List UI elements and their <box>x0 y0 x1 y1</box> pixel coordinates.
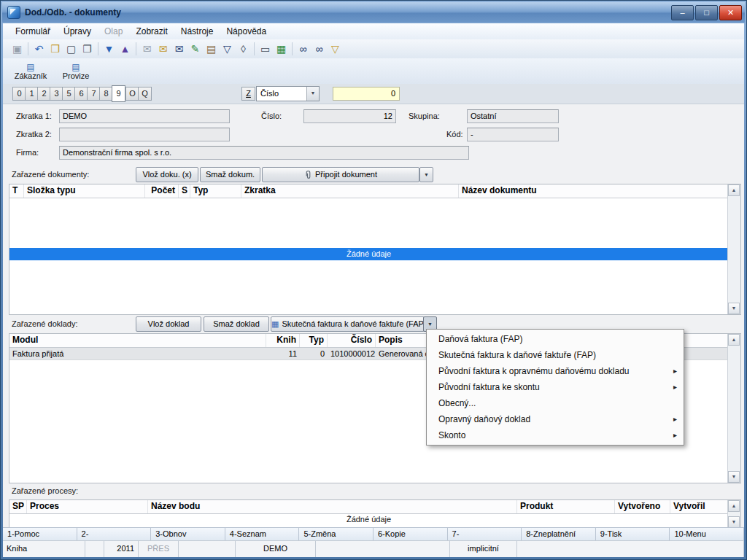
scroll-down-icon[interactable]: ▼ <box>728 516 740 528</box>
provize-button[interactable]: ▤ Provize <box>55 61 96 82</box>
skupina-field[interactable]: Ostatní <box>467 109 559 123</box>
find-icon[interactable]: ∞ <box>295 42 311 56</box>
z-button[interactable]: Z <box>241 87 255 101</box>
shortcut-toolbar: ▤ Zákazník ▤ Provize <box>3 58 744 85</box>
menu-item-danova-faktura[interactable]: Daňová faktura (FAP) <box>427 331 684 347</box>
col-t[interactable]: T <box>9 184 24 198</box>
col-s[interactable]: S <box>179 184 190 198</box>
tab-9-selected[interactable]: 9 <box>112 85 125 102</box>
find-next-icon[interactable]: ∞ <box>311 42 327 56</box>
menu-napoveda[interactable]: Nápověda <box>220 25 273 38</box>
mail-open-icon[interactable]: ✉ <box>139 42 155 56</box>
kod-field[interactable]: - <box>467 128 559 141</box>
fkey-1-pomoc[interactable]: 1-Pomoc <box>3 528 77 541</box>
col-typ2[interactable]: Typ <box>300 334 328 347</box>
menu-item-puvodni-faktura-skonto[interactable]: Původní faktura ke skontu▸ <box>427 379 684 395</box>
zakaznik-button[interactable]: ▤ Zákazník <box>10 61 51 82</box>
filter-clear-icon[interactable]: ▽ <box>328 42 343 56</box>
fkey-8-zneplatneni[interactable]: 8-Zneplatnění <box>522 528 596 541</box>
maximize-button[interactable]: □ <box>695 5 718 20</box>
signature-icon[interactable]: ✎ <box>187 42 203 56</box>
filter-field-combo[interactable]: Číslo ▼ <box>256 86 320 101</box>
menu-item-opravny-danovy-doklad[interactable]: Opravný daňový doklad▸ <box>427 411 684 427</box>
col-knih[interactable]: Knih <box>266 334 300 347</box>
scroll-up-icon[interactable]: ▲ <box>728 334 740 346</box>
fkey-7[interactable]: 7- <box>448 528 522 541</box>
insert-rows-icon[interactable]: ▦ <box>274 42 289 56</box>
doklad-type-button[interactable]: ▦ Skutečná faktura k daňové faktuře (FAP… <box>271 316 425 332</box>
menu-zobrazit[interactable]: Zobrazit <box>129 25 174 38</box>
col-nazev[interactable]: Název dokumentu <box>459 184 740 198</box>
minimize-button[interactable]: – <box>671 5 694 20</box>
col-proces[interactable]: Proces <box>27 500 148 513</box>
col-sp[interactable]: SP <box>9 500 27 513</box>
pripojit-dokument-button[interactable]: Připojit dokument <box>262 167 419 182</box>
menu-upravy[interactable]: Úpravy <box>57 25 98 38</box>
fkey-3-obnov[interactable]: 3-Obnov <box>151 528 225 541</box>
chevron-down-icon[interactable]: ▼ <box>306 87 319 101</box>
scroll-down-icon[interactable]: ▼ <box>728 303 740 314</box>
fkey-2[interactable]: 2- <box>77 528 152 541</box>
window-title: Dod./Odb. - dokumenty <box>25 7 121 18</box>
undo-icon[interactable]: ↶ <box>31 42 47 56</box>
col-slozka[interactable]: Složka typu <box>24 184 145 198</box>
smaz-dokument-button[interactable]: Smaž dokum. <box>200 167 260 182</box>
open-folder-icon[interactable]: ❒ <box>47 42 63 56</box>
dokumenty-scrollbar[interactable]: ▲ ▼ <box>727 184 740 314</box>
scroll-up-icon[interactable]: ▲ <box>728 500 740 512</box>
menu-item-puvodni-faktura-odd[interactable]: Původní faktura k opravnému daňovému dok… <box>427 363 684 379</box>
col-vytvoreno[interactable]: Vytvořeno <box>615 500 670 513</box>
mail-send-icon[interactable]: ✉ <box>171 42 187 56</box>
copy-icon[interactable]: ❐ <box>80 42 95 56</box>
menu-item-label: Obecný... <box>438 398 476 408</box>
sort-up-icon[interactable]: ▲ <box>117 42 133 56</box>
vloz-dokument-button[interactable]: Vlož doku. (x) <box>136 167 198 182</box>
mail-new-icon[interactable]: ✉ <box>155 42 171 56</box>
fkey-4-seznam[interactable]: 4-Seznam <box>225 528 300 541</box>
zkratka1-field[interactable]: DEMO <box>59 109 230 123</box>
sort-down-icon[interactable]: ▼ <box>101 42 117 56</box>
procesy-scrollbar[interactable]: ▲ ▼ <box>727 500 740 528</box>
firma-field[interactable]: Demonstrační firma spol. s r.o. <box>59 146 469 160</box>
print-preview-icon[interactable]: ▭ <box>258 42 273 56</box>
dokumenty-bar: Zařazené dokumenty: Vlož doku. (x) Smaž … <box>3 165 744 184</box>
scroll-down-icon[interactable]: ▼ <box>728 471 740 483</box>
status-cell <box>517 541 744 557</box>
scroll-up-icon[interactable]: ▲ <box>728 184 740 196</box>
pushpin-icon[interactable]: ◊ <box>236 42 251 56</box>
menu-nastroje[interactable]: Nástroje <box>174 25 220 38</box>
menu-item-obecny[interactable]: Obecný... <box>427 395 684 411</box>
filter-icon[interactable]: ▽ <box>220 42 235 56</box>
save-icon[interactable]: ▣ <box>9 42 25 56</box>
menu-formular[interactable]: Formulář <box>9 25 57 38</box>
tab-Q[interactable]: Q <box>138 87 152 101</box>
col-modul[interactable]: Modul <box>9 334 266 347</box>
submenu-arrow-icon: ▸ <box>673 411 677 427</box>
col-zkratka[interactable]: Zkratka <box>241 184 459 198</box>
attach-dropdown-button[interactable]: ▼ <box>419 167 433 182</box>
col-cislo2[interactable]: Číslo <box>328 334 376 347</box>
smaz-doklad-label: Smaž doklad <box>213 318 260 330</box>
zkratka2-field[interactable] <box>59 128 230 141</box>
smaz-doklad-button[interactable]: Smaž doklad <box>204 316 269 332</box>
col-pocet[interactable]: Počet <box>145 184 179 198</box>
col-produkt[interactable]: Produkt <box>517 500 615 513</box>
cislo-field[interactable]: 12 <box>303 109 396 123</box>
kod-label: Kód: <box>446 130 463 139</box>
fkey-10-menu[interactable]: 10-Menu <box>670 528 744 541</box>
fkey-5-zmena[interactable]: 5-Změna <box>299 528 374 541</box>
close-button[interactable]: ✕ <box>719 5 742 20</box>
menu-item-skutecna-faktura[interactable]: Skutečná faktura k daňové faktuře (FAP) <box>427 347 684 363</box>
filter-value-input[interactable]: 0 <box>333 87 400 101</box>
col-nazev-bodu[interactable]: Název bodu <box>148 500 517 513</box>
new-document-icon[interactable]: ▢ <box>63 42 79 56</box>
notebook-icon[interactable]: ▤ <box>204 42 219 56</box>
procesy-section-label: Zařazené procesy: <box>12 486 78 495</box>
menu-item-skonto[interactable]: Skonto▸ <box>427 427 684 443</box>
toolbar-separator <box>254 42 255 55</box>
fkey-9-tisk[interactable]: 9-Tisk <box>596 528 670 541</box>
fkey-6-kopie[interactable]: 6-Kopie <box>374 528 448 541</box>
doklady-scrollbar[interactable]: ▲ ▼ <box>727 334 740 483</box>
col-typ[interactable]: Typ <box>190 184 241 198</box>
vloz-doklad-button[interactable]: Vlož doklad <box>136 316 201 332</box>
